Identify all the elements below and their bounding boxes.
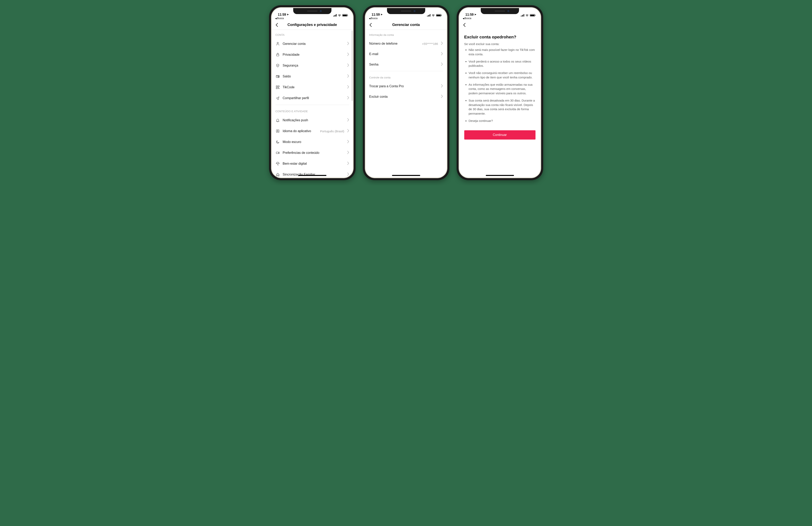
phone-frame: 11:59 ➤ ◀ Busca Excluir conta opedrohen?…	[456, 5, 543, 180]
home-indicator[interactable]	[298, 175, 327, 176]
chevron-right-icon	[347, 74, 349, 78]
chevron-right-icon	[347, 53, 349, 57]
settings-row[interactable]: TikCode	[272, 82, 353, 93]
chevron-right-icon	[347, 172, 349, 177]
back-chevron-icon	[369, 23, 373, 27]
settings-row[interactable]: Gerenciar conta	[272, 39, 353, 49]
cellular-signal-icon	[521, 14, 524, 16]
qr-icon	[275, 85, 280, 89]
status-time: 11:59	[372, 13, 380, 16]
chevron-right-icon	[347, 118, 349, 122]
chevron-right-icon	[347, 85, 349, 89]
row-label: Saldo	[283, 75, 344, 78]
settings-row[interactable]: Idioma do aplicativo Português (Brasil)	[272, 126, 353, 136]
row-value: Português (Brasil)	[320, 130, 344, 133]
page-header	[460, 20, 540, 30]
chevron-right-icon	[441, 62, 443, 66]
back-triangle-icon: ◀	[369, 17, 371, 19]
section-label-content: CONTEÚDO E ATIVIDADE	[272, 106, 353, 115]
wifi-icon	[338, 14, 341, 16]
back-button[interactable]	[368, 22, 373, 27]
row-label: Compartilhar perfil	[283, 96, 344, 100]
manage-account-list[interactable]: Informação da conta Número de telefone +…	[366, 30, 447, 177]
settings-row[interactable]: Compartilhar perfil	[272, 93, 353, 104]
umbrella-icon	[275, 162, 280, 166]
settings-list[interactable]: CONTA Gerenciar conta Privacidade Segura…	[272, 30, 353, 177]
delete-bullet: Você não conseguirá receber um reembolso…	[469, 71, 536, 80]
battery-icon	[530, 14, 535, 16]
back-button[interactable]	[275, 22, 279, 27]
location-arrow-icon: ➤	[287, 13, 289, 16]
delete-heading: Excluir conta opedrohen?	[464, 34, 536, 40]
page-title: Gerenciar conta	[392, 23, 420, 27]
settings-row[interactable]: Privacidade	[272, 49, 353, 60]
row-label: Excluir conta	[369, 95, 438, 99]
row-value: +55*****186	[422, 42, 438, 45]
breadcrumb-back-label: Busca	[371, 17, 378, 20]
back-chevron-icon	[275, 23, 279, 27]
row-label: Número de telefone	[369, 42, 419, 45]
delete-bullet: Deseja continuar?	[469, 119, 536, 123]
breadcrumb-back[interactable]: ◀ Busca	[272, 17, 353, 20]
cellular-signal-icon	[333, 14, 337, 16]
cellular-signal-icon	[427, 14, 431, 16]
back-button[interactable]	[462, 22, 467, 27]
chevron-right-icon	[347, 63, 349, 67]
row-label: Gerenciar conta	[283, 42, 344, 46]
location-arrow-icon: ➤	[380, 13, 382, 16]
settings-row[interactable]: Saldo	[272, 71, 353, 82]
back-chevron-icon	[462, 23, 467, 27]
chevron-right-icon	[347, 129, 349, 133]
settings-row[interactable]: Segurança	[272, 60, 353, 71]
settings-row[interactable]: Trocar para a Conta Pro	[366, 81, 447, 91]
row-label: E-mail	[369, 52, 438, 56]
settings-row[interactable]: Número de telefone +55*****186	[366, 39, 447, 49]
row-label: Senha	[369, 63, 438, 66]
chevron-right-icon	[347, 42, 349, 46]
row-label: Idioma do aplicativo	[283, 129, 317, 133]
settings-row[interactable]: Bem-estar digital	[272, 158, 353, 169]
chevron-right-icon	[441, 95, 443, 99]
chevron-right-icon	[347, 96, 349, 100]
row-label: Bem-estar digital	[283, 162, 344, 165]
lock-icon	[275, 52, 280, 57]
home-indicator[interactable]	[392, 175, 420, 176]
delete-bullet-list: Não será mais possível fazer login no Ti…	[464, 48, 536, 123]
settings-row[interactable]: Preferências de conteúdo	[272, 147, 353, 158]
breadcrumb-back-label: Busca	[277, 17, 284, 20]
settings-row[interactable]: Modo escuro	[272, 136, 353, 147]
phone-frame: 11:59 ➤ ◀ Busca Configurações e privacid…	[269, 5, 356, 180]
breadcrumb-back[interactable]: ◀ Busca	[460, 17, 540, 20]
row-label: Preferências de conteúdo	[283, 151, 344, 155]
settings-row[interactable]: Notificações push	[272, 115, 353, 126]
chevron-right-icon	[441, 42, 443, 46]
person-icon	[275, 42, 280, 46]
settings-row[interactable]: E-mail	[366, 49, 447, 59]
settings-row[interactable]: Sincronização Familiar	[272, 169, 353, 177]
shield-icon	[275, 63, 280, 68]
battery-icon	[436, 14, 441, 16]
home-icon	[275, 172, 280, 177]
breadcrumb-back-label: Busca	[465, 17, 471, 20]
home-indicator[interactable]	[486, 175, 514, 176]
delete-bullet: As informações que estão armazenadas na …	[469, 82, 536, 95]
page-title: Configurações e privacidade	[287, 23, 337, 27]
settings-row[interactable]: Excluir conta	[366, 91, 447, 102]
scrollbar[interactable]	[352, 31, 352, 101]
delete-bullet: Sua conta será desativada em 30 dias. Du…	[469, 98, 536, 116]
share-icon	[275, 96, 280, 100]
notch	[481, 8, 519, 14]
back-triangle-icon: ◀	[463, 17, 464, 19]
continue-button[interactable]: Continuar	[464, 130, 536, 139]
breadcrumb-back[interactable]: ◀ Busca	[366, 17, 447, 20]
row-label: TikCode	[283, 86, 344, 89]
row-label: Trocar para a Conta Pro	[369, 85, 438, 88]
notch	[387, 8, 425, 14]
location-arrow-icon: ➤	[474, 13, 476, 16]
status-time: 11:59	[278, 13, 286, 16]
phone-frame: 11:59 ➤ ◀ Busca Gerenciar conta Informaç…	[363, 5, 449, 180]
wifi-icon	[432, 14, 435, 16]
video-icon	[275, 151, 280, 155]
settings-row[interactable]: Senha	[366, 59, 447, 70]
delete-subheading: Se você excluir sua conta:	[464, 42, 536, 46]
